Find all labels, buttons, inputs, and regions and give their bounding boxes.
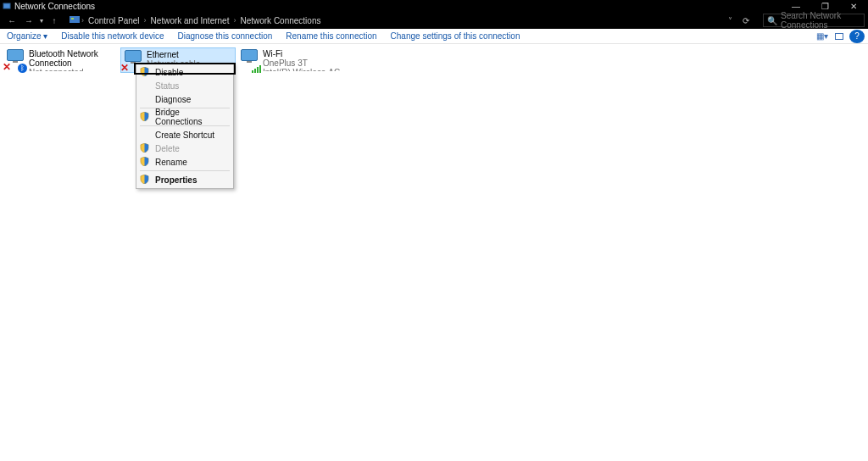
context-item-properties[interactable]: Properties bbox=[136, 173, 233, 186]
context-item-create-shortcut[interactable]: Create Shortcut bbox=[136, 128, 233, 142]
cmd-change-settings[interactable]: Change settings of this connection bbox=[384, 29, 527, 43]
adapter-status: Not connected bbox=[29, 68, 117, 71]
adapter-name: Wi-Fi bbox=[263, 49, 351, 58]
context-item-delete: Delete bbox=[136, 142, 233, 155]
app-icon bbox=[2, 1, 12, 11]
crumb-network-connections[interactable]: Network Connections bbox=[237, 16, 323, 25]
context-item-label: Disable bbox=[155, 68, 183, 77]
cmd-rename[interactable]: Rename this connection bbox=[279, 29, 383, 43]
wifi-signal-icon bbox=[252, 65, 261, 73]
help-button[interactable]: ? bbox=[849, 30, 865, 43]
context-item-label: Status bbox=[155, 81, 179, 91]
title-bar: Network Connections — ❐ ✕ bbox=[0, 0, 868, 12]
adapter-icon bbox=[239, 49, 259, 71]
maximize-button[interactable]: ❐ bbox=[810, 2, 839, 11]
close-button[interactable]: ✕ bbox=[839, 2, 868, 11]
context-item-status: Status bbox=[136, 79, 233, 92]
forward-button[interactable]: → bbox=[20, 14, 37, 27]
window-title: Network Connections bbox=[14, 2, 782, 11]
control-panel-icon bbox=[70, 15, 80, 25]
cmd-diagnose[interactable]: Diagnose this connection bbox=[171, 29, 280, 43]
cmd-disable-device[interactable]: Disable this network device bbox=[54, 29, 170, 43]
context-item-rename[interactable]: Rename bbox=[136, 155, 233, 169]
context-item-label: Delete bbox=[155, 144, 180, 153]
command-bar: Organize ▾ Disable this network device D… bbox=[0, 29, 868, 44]
context-item-diagnose[interactable]: Diagnose bbox=[136, 92, 233, 106]
adapter-name: Ethernet bbox=[147, 50, 233, 59]
context-item-label: Properties bbox=[155, 175, 197, 185]
svg-rect-2 bbox=[71, 18, 74, 19]
chevron-right-icon: › bbox=[231, 16, 237, 25]
back-button[interactable]: ← bbox=[3, 14, 20, 27]
adapter-icon: ✕ ᛒ bbox=[5, 49, 25, 71]
crumb-control-panel[interactable]: Control Panel bbox=[86, 16, 142, 25]
adapter-status: OnePlus 3T bbox=[263, 58, 351, 68]
recent-locations-button[interactable]: ▾ bbox=[37, 14, 46, 27]
up-button[interactable]: ↑ bbox=[46, 14, 63, 27]
svg-rect-0 bbox=[3, 3, 10, 8]
uac-shield-icon bbox=[140, 67, 150, 77]
disconnected-icon: ✕ bbox=[3, 61, 11, 73]
uac-shield-icon bbox=[140, 112, 150, 122]
adapter-name: Bluetooth Network Connection bbox=[29, 49, 117, 68]
minimize-button[interactable]: — bbox=[782, 2, 810, 11]
content-area: ✕ ᛒ Bluetooth Network Connection Not con… bbox=[0, 44, 868, 461]
chevron-right-icon: › bbox=[142, 16, 148, 25]
context-item-bridge-connections[interactable]: Bridge Connections bbox=[136, 110, 233, 124]
chevron-right-icon: › bbox=[80, 16, 86, 25]
context-menu: DisableStatusDiagnoseBridge ConnectionsC… bbox=[136, 63, 234, 189]
adapter-bluetooth[interactable]: ✕ ᛒ Bluetooth Network Connection Not con… bbox=[3, 47, 119, 73]
uac-shield-icon bbox=[140, 175, 150, 185]
context-separator bbox=[140, 170, 230, 171]
context-item-label: Bridge Connections bbox=[155, 108, 228, 126]
view-options-button[interactable]: ▦▾ bbox=[814, 30, 831, 43]
adapter-wifi[interactable]: Wi-Fi OnePlus 3T Intel(R) Wireless-AC 94… bbox=[237, 47, 353, 73]
address-bar: ← → ▾ ↑ › Control Panel › Network and In… bbox=[0, 12, 868, 29]
uac-shield-icon bbox=[140, 157, 150, 167]
preview-pane-button[interactable] bbox=[831, 30, 848, 43]
organize-button[interactable]: Organize ▾ bbox=[0, 29, 54, 43]
refresh-button[interactable]: ⟳ bbox=[737, 16, 754, 25]
adapter-device: Intel(R) Wireless-AC 9462 bbox=[263, 68, 351, 71]
svg-rect-1 bbox=[70, 16, 80, 23]
context-item-label: Create Shortcut bbox=[155, 131, 214, 140]
search-placeholder: Search Network Connections bbox=[781, 11, 860, 30]
context-item-label: Rename bbox=[155, 158, 187, 167]
context-item-label: Diagnose bbox=[155, 95, 191, 104]
search-input[interactable]: 🔍 Search Network Connections bbox=[763, 14, 865, 27]
crumb-network-internet[interactable]: Network and Internet bbox=[148, 16, 232, 25]
address-dropdown-button[interactable]: ˅ bbox=[723, 16, 737, 25]
bluetooth-icon: ᛒ bbox=[18, 64, 27, 73]
disconnected-icon: ✕ bbox=[120, 62, 129, 74]
breadcrumb[interactable]: › Control Panel › Network and Internet ›… bbox=[66, 13, 758, 28]
context-item-disable[interactable]: Disable bbox=[136, 65, 233, 79]
search-icon: 🔍 bbox=[767, 16, 777, 25]
uac-shield-icon bbox=[140, 143, 150, 153]
